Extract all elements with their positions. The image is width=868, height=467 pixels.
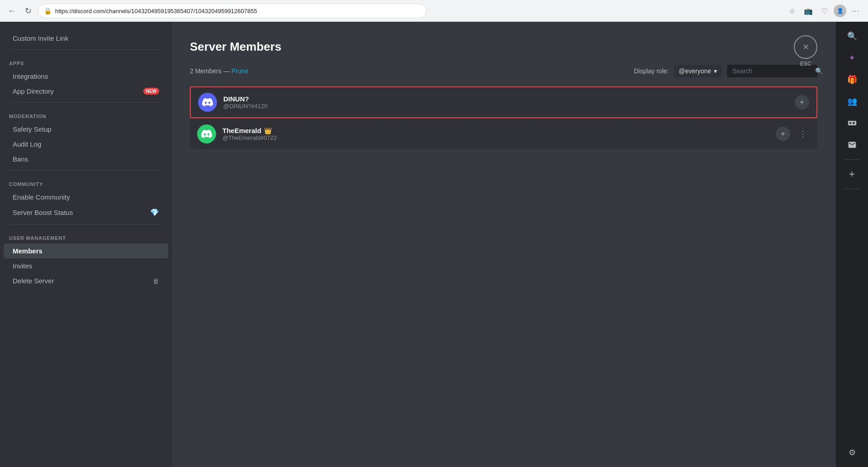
trash-icon: 🗑 <box>153 277 159 285</box>
esc-button[interactable]: ✕ <box>794 35 817 59</box>
right-sidebar-divider-2 <box>845 189 859 189</box>
sidebar-item-label: Audit Log <box>13 140 41 148</box>
display-role-label: Display role: <box>634 67 669 75</box>
sidebar-item-server-boost-status[interactable]: Server Boost Status 💎 <box>4 205 168 220</box>
crown-icon: 👑 <box>264 127 272 134</box>
search-icon-right[interactable]: 🔍 <box>843 27 861 45</box>
prune-link[interactable]: Prune <box>231 67 248 75</box>
lock-icon: 🔒 <box>44 7 52 14</box>
sidebar-item-invites[interactable]: Invites <box>4 258 168 273</box>
divider-apps <box>9 49 163 50</box>
member-info-theemerald: TheEmerald 👑 @TheEmerald#0722 <box>222 127 776 141</box>
sidebar-item-custom-invite[interactable]: Custom Invite Link <box>4 31 168 46</box>
member-name-theemerald: TheEmerald 👑 <box>222 127 776 134</box>
settings-container: Custom Invite Link APPS Integrations App… <box>0 22 835 467</box>
reload-button[interactable]: ↻ <box>22 5 34 17</box>
profile-avatar[interactable]: 👤 <box>834 5 846 17</box>
sidebar-item-label: Bans <box>13 155 28 163</box>
new-badge: NEW <box>143 88 159 95</box>
browser-chrome: ← ↻ 🔒 https://discord.com/channels/10432… <box>0 0 868 22</box>
member-tag-theemerald: @TheEmerald#0722 <box>222 134 776 141</box>
sidebar-item-enable-community[interactable]: Enable Community <box>4 190 168 205</box>
browser-actions: ☆ 📺 ♡ 👤 ⋯ <box>785 4 863 18</box>
members-header: 2 Members — Prune Display role: @everyon… <box>190 65 817 77</box>
members-count: 2 Members — Prune <box>190 67 248 75</box>
sidebar-item-app-directory[interactable]: App Directory NEW <box>4 84 168 99</box>
member-avatar-dinun <box>198 93 217 112</box>
settings-content: ✕ ESC Server Members 2 Members — Prune D… <box>172 22 835 467</box>
divider-community <box>9 170 163 171</box>
sidebar-item-label: App Directory <box>13 87 54 95</box>
member-tag-dinun: @DINUN?#4120 <box>223 103 795 110</box>
sidebar-item-audit-log[interactable]: Audit Log <box>4 137 168 152</box>
sidebar-item-label: Integrations <box>13 72 48 80</box>
sidebar-item-label: Server Boost Status <box>13 209 73 216</box>
sidebar-item-label: Enable Community <box>13 193 70 201</box>
role-value: @everyone <box>679 67 711 75</box>
add-role-button-dinun[interactable]: + <box>795 95 809 110</box>
discord-sidebar-right: 🔍 ✦ 🎁 👥 + ⚙ <box>835 22 868 467</box>
esc-button-container: ✕ ESC <box>794 35 817 67</box>
discord-logo-icon <box>202 97 213 108</box>
chevron-down-icon: ▾ <box>714 67 717 75</box>
sidebar-item-bans[interactable]: Bans <box>4 152 168 167</box>
member-row-dinun[interactable]: DINUN? @DINUN?#4120 + <box>190 86 817 118</box>
settings-sidebar: Custom Invite Link APPS Integrations App… <box>0 22 172 467</box>
esc-label: ESC <box>800 61 811 67</box>
url-text: https://discord.com/channels/10432049591… <box>55 8 421 14</box>
sidebar-item-safety-setup[interactable]: Safety Setup <box>4 122 168 137</box>
sidebar-item-integrations[interactable]: Integrations <box>4 69 168 84</box>
section-label-moderation: MODERATION <box>0 106 172 122</box>
divider-moderation <box>9 102 163 103</box>
section-label-apps: APPS <box>0 53 172 69</box>
sidebar-item-label: Delete Server <box>13 277 54 285</box>
role-select[interactable]: @everyone ▾ <box>674 65 722 77</box>
member-avatar-theemerald <box>197 124 216 143</box>
heart-icon[interactable]: ♡ <box>817 4 832 18</box>
office-icon[interactable] <box>843 114 861 132</box>
members-header-right: Display role: @everyone ▾ 🔍 <box>634 65 817 77</box>
settings-icon[interactable]: ⚙ <box>843 443 861 462</box>
friends-icon[interactable]: 👥 <box>843 92 861 110</box>
boost-icon: 💎 <box>150 208 159 217</box>
sidebar-item-delete-server[interactable]: Delete Server 🗑 <box>4 273 168 288</box>
section-label-community: COMMUNITY <box>0 174 172 190</box>
address-bar[interactable]: 🔒 https://discord.com/channels/104320495… <box>38 4 427 18</box>
sidebar-item-label: Members <box>13 247 42 255</box>
gift-icon[interactable]: 🎁 <box>843 71 861 89</box>
nitro-icon[interactable]: ✦ <box>843 49 861 67</box>
member-row-theemerald[interactable]: TheEmerald 👑 @TheEmerald#0722 + ⋮ <box>190 119 817 149</box>
member-actions-dinun: + <box>795 95 809 110</box>
divider-user-management <box>9 224 163 224</box>
right-sidebar-divider <box>845 159 859 160</box>
sidebar-item-label: Invites <box>13 262 32 270</box>
sidebar-item-label: Safety Setup <box>13 125 52 133</box>
search-input[interactable] <box>732 67 811 75</box>
discord-logo-icon-2 <box>201 129 212 139</box>
add-server-icon[interactable]: + <box>843 165 861 183</box>
close-icon: ✕ <box>802 42 809 52</box>
sidebar-item-label: Custom Invite Link <box>13 34 68 42</box>
more-options-button-theemerald[interactable]: ⋮ <box>796 127 810 141</box>
search-icon: 🔍 <box>815 67 823 75</box>
sidebar-item-members[interactable]: Members <box>4 243 168 258</box>
menu-icon[interactable]: ⋯ <box>848 4 863 18</box>
back-button[interactable]: ← <box>5 5 18 17</box>
email-icon[interactable] <box>843 136 861 154</box>
cast-icon[interactable]: 📺 <box>801 4 816 18</box>
member-name-dinun: DINUN? <box>223 95 795 103</box>
add-role-button-theemerald[interactable]: + <box>776 127 790 141</box>
member-actions-theemerald: + ⋮ <box>776 127 810 141</box>
member-info-dinun: DINUN? @DINUN?#4120 <box>223 95 795 110</box>
page-title: Server Members <box>190 40 817 54</box>
section-label-user-management: USER MANAGEMENT <box>0 228 172 243</box>
app-container: Custom Invite Link APPS Integrations App… <box>0 22 868 467</box>
bookmarks-icon[interactable]: ☆ <box>785 4 799 18</box>
